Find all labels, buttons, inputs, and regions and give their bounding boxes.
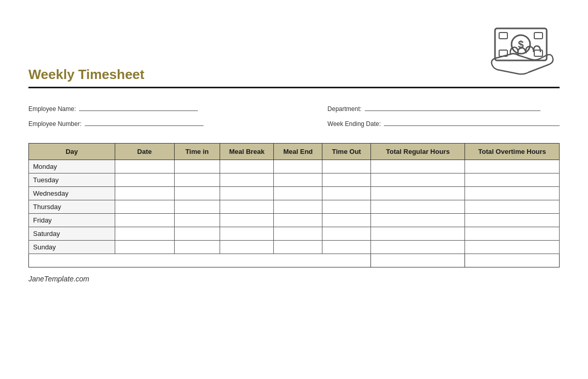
table-row[interactable]: Saturday bbox=[29, 227, 560, 241]
data-cell[interactable] bbox=[322, 241, 371, 254]
col-header-date: Date bbox=[115, 144, 174, 160]
data-cell[interactable] bbox=[371, 214, 465, 227]
day-cell: Tuesday bbox=[29, 173, 115, 187]
header-divider bbox=[28, 87, 560, 88]
col-header-mealbreak: Meal Break bbox=[220, 144, 274, 160]
data-cell[interactable] bbox=[322, 187, 371, 200]
data-cell[interactable] bbox=[371, 241, 465, 254]
data-cell[interactable] bbox=[274, 214, 322, 227]
day-cell: Sunday bbox=[29, 241, 115, 254]
data-cell[interactable] bbox=[371, 187, 465, 200]
data-cell[interactable] bbox=[115, 173, 174, 187]
data-cell[interactable] bbox=[115, 200, 174, 214]
form-fields: Employee Name: Employee Number: Departme… bbox=[28, 103, 560, 128]
data-cell[interactable] bbox=[465, 214, 560, 227]
day-cell: Friday bbox=[29, 214, 115, 227]
col-header-overtime: Total Overtime Hours bbox=[465, 144, 560, 160]
total-regular-value[interactable] bbox=[371, 254, 465, 267]
data-cell[interactable] bbox=[371, 227, 465, 241]
data-cell[interactable] bbox=[174, 173, 220, 187]
data-cell[interactable] bbox=[322, 173, 371, 187]
data-cell[interactable] bbox=[220, 227, 274, 241]
data-cell[interactable] bbox=[465, 187, 560, 200]
data-cell[interactable] bbox=[371, 173, 465, 187]
data-cell[interactable] bbox=[371, 160, 465, 173]
page-title: Weekly Timesheet bbox=[28, 67, 145, 83]
employee-name-label: Employee Name: bbox=[28, 105, 76, 113]
table-row[interactable]: Monday bbox=[29, 160, 560, 173]
data-cell[interactable] bbox=[274, 173, 322, 187]
col-header-mealend: Meal End bbox=[274, 144, 322, 160]
data-cell[interactable] bbox=[322, 200, 371, 214]
col-header-day: Day bbox=[29, 144, 115, 160]
table-header-row: Day Date Time in Meal Break Meal End Tim… bbox=[29, 144, 560, 160]
col-header-timeout: Time Out bbox=[322, 144, 371, 160]
data-cell[interactable] bbox=[322, 160, 371, 173]
data-cell[interactable] bbox=[465, 241, 560, 254]
data-cell[interactable] bbox=[274, 227, 322, 241]
table-row[interactable]: Friday bbox=[29, 214, 560, 227]
total-overtime-value[interactable] bbox=[465, 254, 560, 267]
day-cell: Monday bbox=[29, 160, 115, 173]
data-cell[interactable] bbox=[322, 214, 371, 227]
data-cell[interactable] bbox=[322, 227, 371, 241]
col-header-regular: Total Regular Hours bbox=[371, 144, 465, 160]
data-cell[interactable] bbox=[174, 241, 220, 254]
table-row[interactable]: Tuesday bbox=[29, 173, 560, 187]
data-cell[interactable] bbox=[174, 227, 220, 241]
day-cell: Thursday bbox=[29, 200, 115, 214]
table-row[interactable]: Wednesday bbox=[29, 187, 560, 200]
data-cell[interactable] bbox=[465, 227, 560, 241]
data-cell[interactable] bbox=[465, 173, 560, 187]
data-cell[interactable] bbox=[274, 187, 322, 200]
svg-rect-4 bbox=[534, 33, 543, 39]
totals-empty-cell bbox=[322, 254, 371, 267]
data-cell[interactable] bbox=[115, 214, 174, 227]
footer-text: JaneTemplate.com bbox=[28, 275, 560, 283]
data-cell[interactable] bbox=[220, 241, 274, 254]
data-cell[interactable] bbox=[274, 241, 322, 254]
table-row[interactable]: Thursday bbox=[29, 200, 560, 214]
employee-name-field[interactable] bbox=[79, 103, 198, 111]
data-cell[interactable] bbox=[220, 187, 274, 200]
data-cell[interactable] bbox=[115, 241, 174, 254]
data-cell[interactable] bbox=[174, 200, 220, 214]
week-ending-field[interactable] bbox=[384, 118, 560, 126]
week-ending-row: Week Ending Date: bbox=[328, 118, 560, 128]
employee-name-row: Employee Name: bbox=[28, 103, 204, 113]
data-cell[interactable] bbox=[465, 200, 560, 214]
totals-empty-cell bbox=[274, 254, 322, 267]
svg-rect-6 bbox=[534, 50, 543, 56]
data-cell[interactable] bbox=[274, 160, 322, 173]
data-cell[interactable] bbox=[220, 160, 274, 173]
day-cell: Saturday bbox=[29, 227, 115, 241]
totals-empty-cell bbox=[115, 254, 174, 267]
data-cell[interactable] bbox=[274, 200, 322, 214]
department-label: Department: bbox=[328, 105, 362, 113]
totals-empty-cell bbox=[174, 254, 220, 267]
employee-number-field[interactable] bbox=[85, 118, 204, 126]
department-field[interactable] bbox=[365, 103, 540, 111]
data-cell[interactable] bbox=[115, 160, 174, 173]
form-left: Employee Name: Employee Number: bbox=[28, 103, 204, 128]
data-cell[interactable] bbox=[371, 200, 465, 214]
money-icon-container: $ bbox=[482, 21, 560, 83]
data-cell[interactable] bbox=[465, 160, 560, 173]
timesheet-table: Day Date Time in Meal Break Meal End Tim… bbox=[28, 143, 560, 267]
table-row[interactable]: Sunday bbox=[29, 241, 560, 254]
employee-number-label: Employee Number: bbox=[28, 120, 82, 128]
data-cell[interactable] bbox=[115, 187, 174, 200]
data-cell[interactable] bbox=[174, 187, 220, 200]
totals-row bbox=[29, 254, 560, 267]
header-section: Weekly Timesheet $ bbox=[28, 21, 560, 83]
form-right: Department: Week Ending Date: bbox=[328, 103, 560, 128]
col-header-timein: Time in bbox=[174, 144, 220, 160]
data-cell[interactable] bbox=[115, 227, 174, 241]
data-cell[interactable] bbox=[220, 214, 274, 227]
totals-empty-cell bbox=[29, 254, 115, 267]
data-cell[interactable] bbox=[174, 214, 220, 227]
data-cell[interactable] bbox=[174, 160, 220, 173]
data-cell[interactable] bbox=[220, 200, 274, 214]
data-cell[interactable] bbox=[220, 173, 274, 187]
svg-rect-3 bbox=[499, 33, 507, 39]
